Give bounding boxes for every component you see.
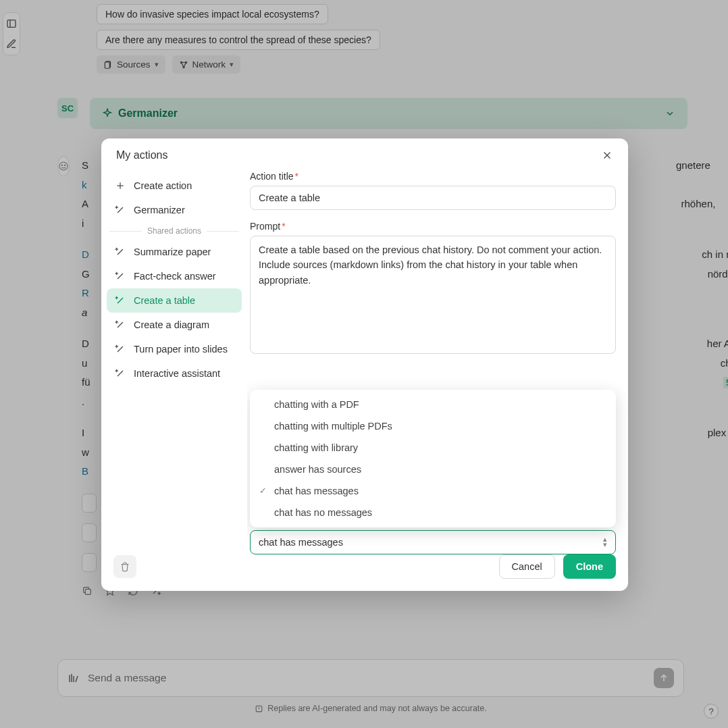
action-title-input[interactable] bbox=[250, 186, 616, 210]
dropdown-option[interactable]: chat has no messages bbox=[254, 502, 612, 523]
cancel-button[interactable]: Cancel bbox=[499, 554, 555, 579]
sidebar-item-interactive[interactable]: Interactive assistant bbox=[107, 361, 242, 386]
sidebar-item-label: Turn paper into slides bbox=[134, 344, 228, 355]
shared-actions-separator: Shared actions bbox=[109, 226, 239, 236]
dropdown-option[interactable]: chat has messages bbox=[254, 480, 612, 502]
select-arrows-icon: ▴▾ bbox=[603, 537, 607, 547]
wand-icon bbox=[115, 295, 126, 306]
sidebar-item-create-action[interactable]: Create action bbox=[107, 174, 242, 198]
wand-icon bbox=[115, 205, 126, 215]
sidebar-item-create-table[interactable]: Create a table bbox=[107, 288, 242, 313]
my-actions-modal: My actions Create action Germanizer Shar… bbox=[101, 138, 628, 591]
sidebar-item-summarize[interactable]: Summarize paper bbox=[107, 240, 242, 264]
sidebar-item-label: Summarize paper bbox=[134, 246, 211, 257]
sidebar-item-label: Interactive assistant bbox=[134, 368, 220, 379]
modal-sidebar: Create action Germanizer Shared actions … bbox=[101, 168, 247, 554]
wand-icon bbox=[115, 246, 126, 257]
prompt-textarea[interactable] bbox=[250, 236, 616, 354]
dropdown-option[interactable]: answer has sources bbox=[254, 459, 612, 480]
wand-icon bbox=[115, 271, 126, 282]
sidebar-item-factcheck[interactable]: Fact-check answer bbox=[107, 264, 242, 288]
modal-main: Action title* Prompt* chatting with a PD… bbox=[247, 168, 628, 554]
modal-title: My actions bbox=[116, 149, 167, 161]
wand-icon bbox=[115, 368, 126, 379]
wand-icon bbox=[115, 344, 126, 355]
sidebar-item-label: Create a diagram bbox=[134, 319, 209, 330]
sidebar-item-label: Fact-check answer bbox=[134, 271, 216, 282]
show-when-select[interactable]: chat has messages ▴▾ bbox=[250, 530, 616, 554]
sidebar-item-label: Create a table bbox=[134, 295, 195, 306]
close-button[interactable] bbox=[601, 149, 613, 161]
sidebar-item-turn-slides[interactable]: Turn paper into slides bbox=[107, 337, 242, 361]
dropdown-option[interactable]: chatting with a PDF bbox=[254, 394, 612, 415]
sidebar-item-label: Create action bbox=[134, 180, 192, 191]
action-title-label: Action title* bbox=[250, 171, 616, 182]
sidebar-item-germanizer[interactable]: Germanizer bbox=[107, 198, 242, 222]
plus-icon bbox=[115, 180, 126, 191]
wand-icon bbox=[115, 319, 126, 330]
sidebar-item-create-diagram[interactable]: Create a diagram bbox=[107, 313, 242, 337]
delete-button[interactable] bbox=[113, 555, 136, 578]
prompt-label: Prompt* bbox=[250, 221, 616, 232]
dropdown-option[interactable]: chatting with multiple PDFs bbox=[254, 415, 612, 437]
sidebar-item-label: Germanizer bbox=[134, 205, 185, 215]
show-when-dropdown: chatting with a PDF chatting with multip… bbox=[250, 390, 616, 527]
clone-button[interactable]: Clone bbox=[563, 554, 616, 579]
dropdown-option[interactable]: chatting with library bbox=[254, 437, 612, 459]
show-when-value: chat has messages bbox=[259, 537, 343, 548]
